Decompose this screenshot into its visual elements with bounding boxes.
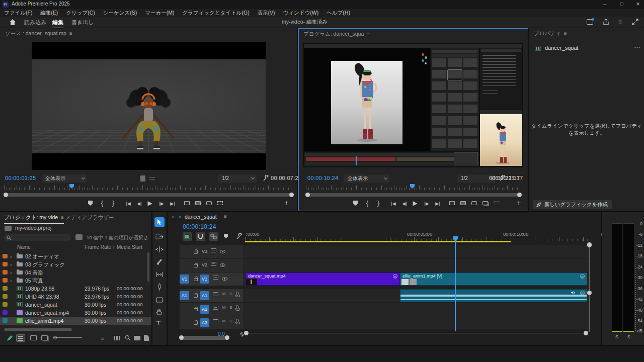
- project-panel-menu-icon[interactable]: ≡: [61, 215, 64, 220]
- snap-toggle-icon[interactable]: [196, 232, 205, 241]
- project-file-name[interactable]: my-video.prproj: [15, 225, 51, 231]
- panel-overflow-icon[interactable]: »: [172, 212, 175, 221]
- menu-window[interactable]: ウィンドウ(W): [283, 10, 319, 16]
- clip-row-selected[interactable]: ellie_anim1.mp4 30.00 fps 00:00:00:00: [0, 317, 151, 325]
- play-icon[interactable]: ▶: [146, 200, 153, 207]
- eye-icon[interactable]: [222, 277, 227, 281]
- timeline-playhead-line[interactable]: [455, 241, 456, 331]
- step-forward-icon[interactable]: |▶: [422, 200, 431, 207]
- pen-tool[interactable]: [155, 283, 164, 292]
- column-name[interactable]: Name: [17, 244, 31, 250]
- menu-graphics[interactable]: グラフィックとタイトル(G): [182, 10, 249, 16]
- source-patch-a1[interactable]: A1: [180, 291, 189, 300]
- ripple-edit-tool[interactable]: [155, 245, 164, 254]
- timeline-clip-ellie-video[interactable]: ellie_anim1.mp4 [V] fx: [400, 273, 587, 286]
- home-icon[interactable]: [9, 19, 16, 26]
- timeline-clip-ellie-audio[interactable]: fx: [400, 289, 587, 302]
- new-bin-icon[interactable]: [134, 336, 140, 340]
- new-item-icon[interactable]: [144, 335, 149, 341]
- timeline-panel-menu-icon[interactable]: ≡: [224, 212, 227, 221]
- source-panel-menu-icon[interactable]: ≡: [69, 31, 72, 36]
- list-view-icon[interactable]: [16, 334, 25, 342]
- source-panel-title[interactable]: ソース : dancer_squat.mp: [5, 30, 66, 36]
- button-editor-icon[interactable]: +: [515, 199, 522, 206]
- expand-icon[interactable]: ›: [10, 260, 12, 268]
- tab-import[interactable]: 読み込み: [24, 19, 47, 26]
- lock-icon[interactable]: [194, 322, 198, 325]
- source-fit-dropdown[interactable]: 全体表示: [42, 174, 87, 183]
- rectangle-tool[interactable]: [155, 295, 164, 304]
- eye-icon[interactable]: [220, 250, 225, 253]
- clip-row[interactable]: dancer_squat.mp4 30.00 fps 00:00:00:00: [0, 309, 151, 317]
- insert-icon[interactable]: [184, 201, 190, 205]
- program-panel-title[interactable]: プログラム: dancer_squa: [303, 31, 364, 37]
- selection-tool[interactable]: [154, 217, 165, 227]
- tab-export[interactable]: 書き出し: [71, 19, 94, 26]
- bin-row[interactable]: › 04 音楽: [0, 268, 151, 277]
- menu-marker[interactable]: マーカー(M): [145, 10, 174, 16]
- sequence-row[interactable]: dancer_squat 30.00 fps 00:00:00:00: [0, 301, 151, 309]
- program-timecode[interactable]: 00:00:10:24: [307, 175, 338, 181]
- media-browser-tab[interactable]: メディアブラウザー: [65, 212, 114, 222]
- project-tab[interactable]: プロジェクト: my-vide≡: [4, 212, 64, 224]
- razor-tool[interactable]: [155, 257, 164, 266]
- lock-icon[interactable]: [194, 278, 198, 281]
- zoom-slider[interactable]: [54, 337, 82, 338]
- track-header-a1[interactable]: A1 A1 M S: [180, 289, 243, 302]
- mic-icon[interactable]: [236, 292, 238, 296]
- minimize-button[interactable]: –: [599, 1, 611, 8]
- solo-button[interactable]: S: [228, 318, 234, 324]
- menu-edit[interactable]: 編集(E): [40, 10, 58, 16]
- timeline-add-marker-icon[interactable]: [224, 234, 228, 238]
- properties-panel-title[interactable]: プロパティ: [534, 30, 561, 36]
- go-to-in-icon[interactable]: |◀: [124, 200, 133, 207]
- solo-button[interactable]: S: [228, 291, 234, 297]
- maximize-button[interactable]: □: [616, 1, 628, 8]
- mic-icon[interactable]: [236, 305, 238, 309]
- nest-toggle-icon[interactable]: [183, 232, 192, 241]
- mark-out-icon[interactable]: }: [375, 200, 381, 207]
- button-editor-icon[interactable]: +: [283, 199, 290, 206]
- freeform-view-icon[interactable]: [41, 335, 48, 340]
- icon-view-icon[interactable]: [30, 335, 37, 340]
- add-marker-icon[interactable]: [88, 201, 93, 206]
- menu-help[interactable]: ヘルプ(H): [327, 10, 350, 16]
- lift-icon[interactable]: [449, 201, 455, 205]
- hand-tool[interactable]: [155, 308, 164, 317]
- mark-in-icon[interactable]: {: [99, 200, 105, 207]
- overwrite-icon[interactable]: [195, 201, 201, 205]
- create-graphic-button[interactable]: 新しいグラフィックを作成: [533, 200, 612, 209]
- track-target-v1[interactable]: V1: [200, 275, 209, 284]
- properties-panel-menu-icon[interactable]: ≡: [564, 31, 567, 36]
- lock-icon[interactable]: [194, 308, 198, 311]
- track-output-icon[interactable]: [211, 262, 216, 266]
- source-wrench-icon[interactable]: [263, 175, 269, 182]
- close-button[interactable]: ×: [632, 1, 644, 8]
- play-icon[interactable]: ▶: [412, 200, 419, 207]
- search-input[interactable]: [4, 234, 71, 241]
- source-resolution-dropdown[interactable]: 1/2: [218, 174, 257, 183]
- track-target-a1[interactable]: A1: [200, 291, 209, 300]
- proxy-toggle-icon[interactable]: [217, 201, 223, 205]
- track-output-icon[interactable]: [211, 248, 216, 252]
- program-fit-dropdown[interactable]: 全体表示: [344, 174, 389, 183]
- multicam-icon[interactable]: [495, 201, 500, 205]
- share-icon[interactable]: [603, 19, 609, 25]
- menu-file[interactable]: ファイル(F): [4, 10, 32, 16]
- sequence-row[interactable]: 1080p 23.98 23.976 fps 00:00:00:00: [0, 285, 151, 293]
- step-back-icon[interactable]: ◀|: [135, 200, 144, 207]
- extract-icon[interactable]: [460, 201, 466, 205]
- source-settings-icon[interactable]: [140, 175, 145, 182]
- timeline-timecode[interactable]: 00:00:10:24: [183, 223, 216, 230]
- mute-button[interactable]: M: [221, 291, 227, 297]
- eye-icon[interactable]: [220, 263, 225, 267]
- find-icon[interactable]: [125, 335, 131, 341]
- sequence-tab[interactable]: dancer_squat: [185, 212, 217, 221]
- solo-left-button[interactable]: S: [615, 334, 618, 339]
- lock-icon[interactable]: [194, 295, 198, 298]
- menu-view[interactable]: 表示(V): [258, 10, 275, 16]
- tab-edit[interactable]: 編集: [52, 19, 63, 29]
- solo-button[interactable]: S: [228, 305, 234, 311]
- workspaces-icon[interactable]: ≡: [618, 18, 622, 26]
- timeline-zoom-scrollbar[interactable]: [180, 336, 229, 340]
